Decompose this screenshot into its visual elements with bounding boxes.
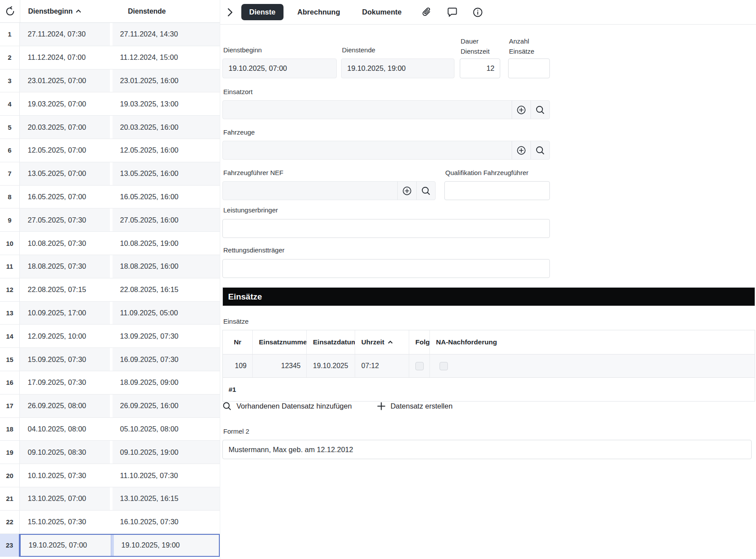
dienstende-cell[interactable]: 13.10.2025, 16:15 bbox=[113, 487, 205, 510]
table-row[interactable]: 713.05.2025, 07:0013.05.2025, 16:00 bbox=[0, 162, 220, 186]
row-filler-cell[interactable] bbox=[205, 464, 220, 487]
dienstbeginn-cell[interactable]: 13.05.2025, 07:00 bbox=[20, 162, 110, 185]
column-header-nr[interactable]: Nr bbox=[223, 330, 252, 354]
row-number-cell[interactable]: 7 bbox=[0, 162, 20, 185]
dienstende-cell[interactable]: 12.05.2025, 16:00 bbox=[113, 139, 205, 162]
add-record-button[interactable] bbox=[512, 141, 531, 159]
row-number-cell[interactable]: 20 bbox=[0, 464, 20, 487]
row-filler-cell[interactable] bbox=[205, 116, 220, 139]
dienstende-cell[interactable]: 13.05.2025, 16:00 bbox=[113, 162, 205, 185]
dienstbeginn-cell[interactable]: 10.09.2025, 17:00 bbox=[20, 302, 110, 325]
row-filler-cell[interactable] bbox=[205, 232, 220, 255]
dauer-dienstzeit-field[interactable]: 12 bbox=[460, 58, 500, 78]
search-record-button[interactable] bbox=[531, 101, 549, 119]
row-filler-cell[interactable] bbox=[205, 325, 220, 347]
column-header-einsatzdatum[interactable]: Einsatzdatum bbox=[306, 330, 355, 354]
dienstende-cell[interactable]: 16.09.2025, 07:30 bbox=[113, 348, 205, 371]
dienstende-cell[interactable]: 05.10.2025, 08:00 bbox=[113, 418, 205, 441]
dienstbeginn-cell[interactable]: 27.05.2025, 07:30 bbox=[20, 208, 110, 231]
row-number-cell[interactable]: 12 bbox=[0, 278, 20, 301]
row-number-cell[interactable]: 17 bbox=[0, 395, 20, 417]
add-existing-record-button[interactable]: Vorhandenen Datensatz hinzufügen bbox=[222, 402, 352, 411]
dienstbeginn-cell[interactable]: 20.03.2025, 07:00 bbox=[20, 116, 110, 139]
row-filler-cell[interactable] bbox=[205, 302, 220, 325]
table-row[interactable]: 2113.10.2025, 07:0013.10.2025, 16:15 bbox=[0, 487, 220, 511]
table-row[interactable]: 1804.10.2025, 08:0005.10.2025, 08:00 bbox=[0, 418, 220, 441]
row-number-cell[interactable]: 9 bbox=[0, 208, 20, 231]
refresh-icon[interactable] bbox=[5, 6, 15, 17]
table-row[interactable]: 1412.09.2025, 10:0013.09.2025, 07:30 bbox=[0, 325, 220, 348]
row-filler-cell[interactable] bbox=[205, 511, 220, 533]
table-row[interactable]: 1310.09.2025, 17:0011.09.2025, 05:00 bbox=[0, 302, 220, 325]
row-filler-cell[interactable] bbox=[205, 139, 220, 162]
row-filler-cell[interactable] bbox=[205, 162, 220, 185]
fahrzeugfuehrer-nef-field[interactable] bbox=[222, 181, 436, 200]
refresh-header-cell[interactable] bbox=[0, 0, 20, 22]
leistungserbringer-field[interactable] bbox=[222, 219, 550, 238]
row-number-cell[interactable]: 19 bbox=[0, 441, 20, 464]
table-row[interactable]: 927.05.2025, 07:3027.05.2025, 16:00 bbox=[0, 208, 220, 232]
table-row[interactable]: 1909.10.2025, 08:3009.10.2025, 19:00 bbox=[0, 441, 220, 464]
table-row[interactable]: 1118.08.2025, 07:3018.08.2025, 16:00 bbox=[0, 255, 220, 278]
comments-button[interactable] bbox=[445, 5, 460, 20]
row-filler-cell[interactable] bbox=[205, 23, 220, 46]
row-number-cell[interactable]: 6 bbox=[0, 139, 20, 162]
selected-row-cells[interactable]: 19.10.2025, 07:0019.10.2025, 19:00 bbox=[20, 534, 220, 557]
dienstbeginn-cell[interactable]: 04.10.2025, 08:00 bbox=[20, 418, 110, 441]
dienstbeginn-cell[interactable]: 17.09.2025, 07:30 bbox=[20, 371, 110, 394]
row-filler-cell[interactable] bbox=[205, 255, 220, 278]
row-filler-cell[interactable] bbox=[205, 92, 220, 115]
dienstende-cell[interactable]: 11.09.2025, 05:00 bbox=[113, 302, 205, 325]
add-record-button[interactable] bbox=[512, 101, 531, 119]
table-row[interactable]: 127.11.2024, 07:3027.11.2024, 14:30 bbox=[0, 23, 220, 46]
row-number-cell[interactable]: 14 bbox=[0, 325, 20, 347]
table-row[interactable]: 2010.10.2025, 07:3011.10.2025, 07:30 bbox=[0, 464, 220, 487]
row-filler-cell[interactable] bbox=[205, 395, 220, 417]
table-row[interactable]: 419.03.2025, 07:0019.03.2025, 13:00 bbox=[0, 92, 220, 116]
dienstende-cell[interactable]: 22.08.2025, 16:15 bbox=[113, 278, 205, 301]
row-filler-cell[interactable] bbox=[205, 441, 220, 464]
row-number-cell[interactable]: 3 bbox=[0, 69, 20, 92]
info-button[interactable] bbox=[470, 5, 485, 20]
fahrzeuge-field[interactable] bbox=[222, 141, 550, 160]
dienstbeginn-cell[interactable]: 19.03.2025, 07:00 bbox=[20, 92, 110, 115]
row-number-cell[interactable]: 15 bbox=[0, 348, 20, 371]
dienstende-cell[interactable]: 16.05.2025, 16:00 bbox=[113, 186, 205, 208]
row-number-cell[interactable]: 10 bbox=[0, 232, 20, 255]
table-row[interactable]: 2215.10.2025, 07:3016.10.2025, 07:30 bbox=[0, 511, 220, 534]
table-row[interactable]: 1010.08.2025, 07:3010.08.2025, 19:00 bbox=[0, 232, 220, 255]
row-filler-cell[interactable] bbox=[205, 278, 220, 301]
column-header-uhrzeit[interactable]: Uhrzeit bbox=[355, 330, 409, 354]
create-record-button[interactable]: Datensatz erstellen bbox=[377, 402, 452, 410]
attachments-button[interactable] bbox=[419, 5, 434, 20]
row-filler-cell[interactable] bbox=[205, 46, 220, 69]
column-header-dienstbeginn[interactable]: Dienstbeginn bbox=[20, 7, 118, 15]
einsatzort-field[interactable] bbox=[222, 100, 550, 119]
row-filler-cell[interactable] bbox=[205, 348, 220, 371]
folge-checkbox[interactable] bbox=[415, 362, 424, 370]
dienstbeginn-cell[interactable]: 15.10.2025, 07:30 bbox=[20, 511, 110, 533]
dienstbeginn-field[interactable]: 19.10.2025, 07:00 bbox=[222, 58, 337, 78]
dienstende-cell[interactable]: 16.10.2025, 07:30 bbox=[113, 511, 205, 533]
column-header-dienstende[interactable]: Dienstende bbox=[118, 7, 166, 15]
table-row[interactable]: 520.03.2025, 07:0020.03.2025, 16:00 bbox=[0, 116, 220, 139]
dienstende-cell[interactable]: 27.11.2024, 14:30 bbox=[113, 23, 205, 46]
row-filler-cell[interactable] bbox=[205, 186, 220, 208]
na-nachforderung-checkbox[interactable] bbox=[440, 362, 448, 370]
table-row[interactable]: 1726.09.2025, 08:0026.09.2025, 16:00 bbox=[0, 395, 220, 418]
row-number-cell[interactable]: 22 bbox=[0, 511, 20, 533]
row-number-cell[interactable]: 11 bbox=[0, 255, 20, 278]
anzahl-einsaetze-field[interactable] bbox=[508, 58, 550, 78]
dienstbeginn-cell[interactable]: 09.10.2025, 08:30 bbox=[20, 441, 110, 464]
row-number-cell[interactable]: 5 bbox=[0, 116, 20, 139]
table-row[interactable]: 1515.09.2025, 07:3016.09.2025, 07:30 bbox=[0, 348, 220, 371]
table-row[interactable]: 816.05.2025, 07:0016.05.2025, 16:00 bbox=[0, 186, 220, 209]
tab-dienste[interactable]: Dienste bbox=[241, 4, 284, 20]
dienstbeginn-cell[interactable]: 13.10.2025, 07:00 bbox=[20, 487, 110, 510]
dienstende-cell[interactable]: 27.05.2025, 16:00 bbox=[113, 208, 205, 231]
collapse-panel-button[interactable] bbox=[224, 6, 236, 18]
dienstbeginn-cell[interactable]: 18.08.2025, 07:30 bbox=[20, 255, 110, 278]
tab-dokumente[interactable]: Dokumente bbox=[354, 4, 410, 20]
column-header-einsatznummer[interactable]: Einsatznummer bbox=[252, 330, 306, 354]
row-number-cell[interactable]: 1 bbox=[0, 23, 20, 46]
